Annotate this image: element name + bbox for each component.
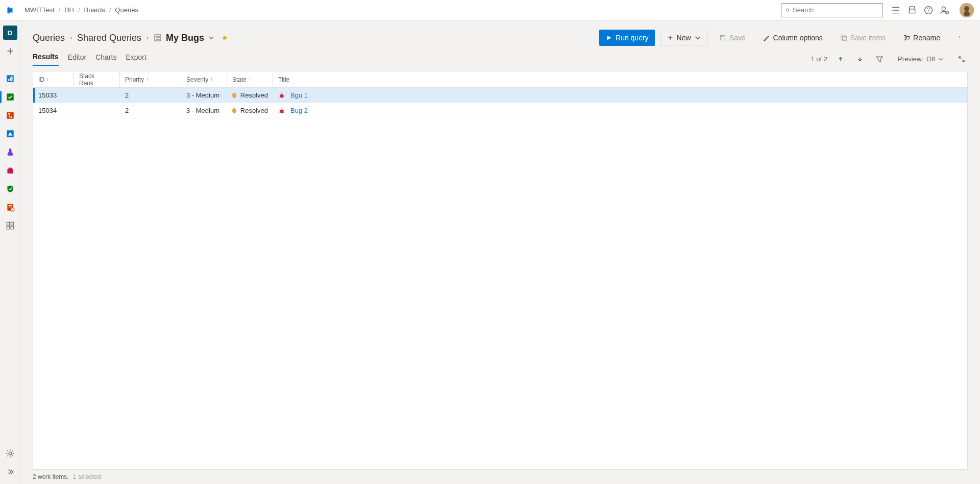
nav-expand-icon[interactable] bbox=[3, 465, 17, 479]
svg-line-53 bbox=[280, 112, 281, 112]
project-tile[interactable]: D bbox=[3, 26, 17, 40]
cell-title: Bgu 1 bbox=[273, 91, 967, 99]
svg-rect-38 bbox=[842, 36, 846, 40]
nav-settings-icon[interactable] bbox=[3, 446, 17, 461]
breadcrumb-queries[interactable]: Queries bbox=[33, 33, 65, 43]
svg-rect-9 bbox=[964, 11, 970, 16]
help-icon[interactable]: ? bbox=[924, 6, 933, 15]
svg-rect-27 bbox=[11, 222, 14, 225]
svg-rect-15 bbox=[7, 112, 14, 119]
crumb-project[interactable]: DH bbox=[62, 6, 76, 14]
run-query-button[interactable]: Run query bbox=[599, 30, 655, 46]
svg-point-0 bbox=[786, 9, 789, 11]
add-button[interactable] bbox=[3, 44, 17, 58]
state-dot-icon bbox=[232, 108, 236, 113]
svg-line-47 bbox=[280, 96, 281, 97]
svg-rect-37 bbox=[841, 35, 845, 39]
svg-rect-22 bbox=[8, 205, 12, 206]
nav-overview-icon[interactable] bbox=[3, 71, 17, 86]
table-row[interactable]: 1503323 - MediumResolvedBgu 1 bbox=[33, 88, 967, 103]
sort-asc-icon: ↑ bbox=[146, 77, 149, 82]
next-item-button[interactable] bbox=[854, 53, 866, 65]
svg-rect-20 bbox=[8, 167, 12, 169]
status-selected: 1 selected bbox=[73, 473, 101, 480]
nav-repos-icon[interactable] bbox=[3, 108, 17, 123]
svg-rect-19 bbox=[7, 169, 13, 174]
svg-point-8 bbox=[964, 6, 969, 11]
crumb-boards[interactable]: Boards bbox=[82, 6, 107, 14]
bug-icon bbox=[278, 92, 285, 99]
svg-rect-12 bbox=[9, 78, 10, 81]
work-items-icon[interactable] bbox=[891, 6, 900, 15]
svg-rect-39 bbox=[906, 36, 909, 39]
rename-button[interactable]: Rename bbox=[897, 30, 946, 46]
crumb-separator: / bbox=[78, 6, 80, 14]
crumb-org[interactable]: MWITTest bbox=[22, 6, 57, 14]
svg-rect-23 bbox=[8, 207, 12, 207]
preview-toggle[interactable]: Preview: Off bbox=[893, 52, 948, 66]
nav-compliance-icon[interactable] bbox=[3, 182, 17, 196]
search-input[interactable] bbox=[793, 6, 878, 14]
cell-state: Resolved bbox=[227, 107, 273, 114]
nav-artifacts-icon[interactable] bbox=[3, 163, 17, 178]
cell-severity: 3 - Medium bbox=[181, 107, 227, 114]
column-header-stack-rank[interactable]: Stack Rank↑ bbox=[74, 71, 120, 87]
column-header-id[interactable]: ID↑ bbox=[33, 71, 74, 87]
nav-boards-icon[interactable] bbox=[3, 90, 17, 104]
column-header-state[interactable]: State↑ bbox=[227, 71, 273, 87]
topbar: MWITTest / DH / Boards / Queries ? bbox=[0, 0, 980, 20]
work-item-link[interactable]: Bgu 1 bbox=[290, 91, 308, 99]
cell-id: 15034 bbox=[33, 107, 74, 114]
state-dot-icon bbox=[232, 93, 236, 98]
tab-export[interactable]: Export bbox=[126, 53, 146, 65]
column-options-button[interactable]: Column options bbox=[757, 30, 829, 46]
query-title[interactable]: My Bugs bbox=[154, 33, 214, 43]
nav-testplans-icon[interactable] bbox=[3, 145, 17, 159]
column-header-priority[interactable]: Priority↑ bbox=[120, 71, 181, 87]
nav-pipelines-icon[interactable] bbox=[3, 127, 17, 141]
new-button[interactable]: New bbox=[660, 30, 708, 46]
top-breadcrumbs: MWITTest / DH / Boards / Queries bbox=[22, 6, 140, 14]
marketplace-icon[interactable] bbox=[908, 6, 917, 15]
filter-button[interactable] bbox=[873, 53, 886, 65]
prev-item-button[interactable] bbox=[835, 53, 847, 65]
column-header-severity[interactable]: Severity↑ bbox=[181, 71, 227, 87]
tab-results[interactable]: Results bbox=[33, 53, 59, 66]
tab-charts[interactable]: Charts bbox=[95, 53, 116, 65]
table-body: 1503323 - MediumResolvedBgu 11503423 - M… bbox=[33, 88, 967, 469]
global-search[interactable] bbox=[781, 3, 883, 17]
top-icons: ? bbox=[891, 3, 974, 17]
crumb-separator: / bbox=[59, 6, 61, 14]
breadcrumb-shared-queries[interactable]: Shared Queries bbox=[77, 33, 141, 43]
crumb-separator: / bbox=[109, 6, 111, 14]
work-item-link[interactable]: Bug 2 bbox=[290, 107, 308, 114]
crumb-queries[interactable]: Queries bbox=[113, 6, 140, 14]
svg-point-49 bbox=[280, 109, 284, 113]
nav-wiki-icon[interactable]: + bbox=[3, 200, 17, 214]
svg-line-48 bbox=[283, 96, 284, 97]
user-avatar[interactable] bbox=[960, 3, 974, 17]
nav-dashboards-icon[interactable] bbox=[3, 219, 17, 233]
table-header: ID↑ Stack Rank↑ Priority↑ Severity↑ Stat… bbox=[33, 71, 967, 88]
more-actions-button[interactable] bbox=[951, 30, 968, 46]
fullscreen-button[interactable] bbox=[955, 53, 968, 65]
svg-point-41 bbox=[959, 37, 960, 38]
left-nav: D + bbox=[0, 20, 20, 484]
save-button: Save bbox=[713, 30, 752, 46]
svg-line-1 bbox=[789, 11, 790, 12]
user-settings-icon[interactable] bbox=[940, 6, 949, 15]
sort-asc-icon: ↑ bbox=[249, 77, 251, 82]
table-row[interactable]: 1503423 - MediumResolvedBug 2 bbox=[33, 103, 967, 118]
cell-state: Resolved bbox=[227, 91, 273, 99]
query-list-icon bbox=[154, 34, 162, 42]
svg-text:+: + bbox=[11, 208, 13, 211]
svg-point-40 bbox=[959, 36, 960, 37]
column-header-title[interactable]: Title bbox=[273, 71, 967, 87]
tab-editor[interactable]: Editor bbox=[68, 53, 87, 65]
chevron-down-icon[interactable] bbox=[208, 35, 214, 41]
results-table: ID↑ Stack Rank↑ Priority↑ Severity↑ Stat… bbox=[33, 71, 968, 470]
page-breadcrumb: Queries › Shared Queries › My Bugs ★ bbox=[33, 33, 228, 43]
cell-severity: 3 - Medium bbox=[181, 91, 227, 99]
favorite-star-icon[interactable]: ★ bbox=[222, 34, 228, 42]
sort-asc-icon: ↑ bbox=[112, 77, 114, 82]
